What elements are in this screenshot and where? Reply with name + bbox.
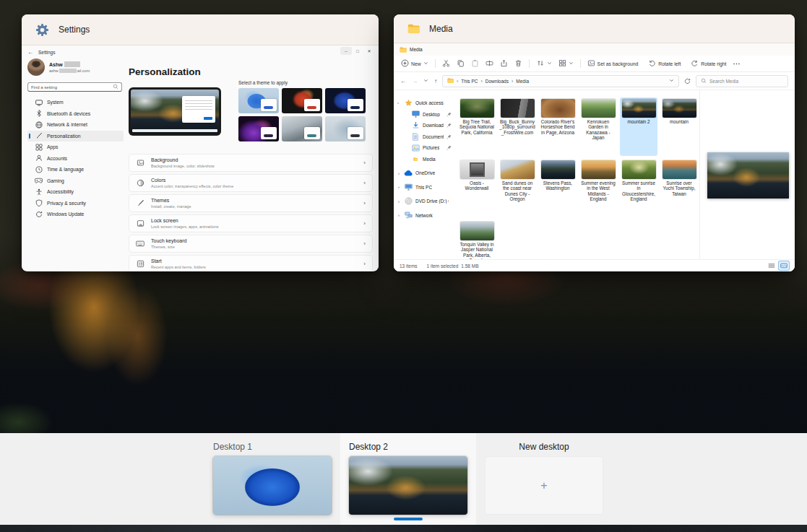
minimize-button[interactable]: – <box>340 47 352 55</box>
user-account[interactable]: Ashw ashwail.com <box>27 58 124 76</box>
up-button[interactable]: ↑ <box>434 78 437 84</box>
nav-pane-item-label: Media <box>423 157 436 162</box>
view-button[interactable] <box>558 59 574 68</box>
taskbar[interactable] <box>0 525 807 532</box>
theme-tile[interactable] <box>325 88 366 113</box>
explorer-window-header[interactable]: Media <box>394 14 795 43</box>
nav-pane-item[interactable]: Documents <box>394 131 454 143</box>
explorer-app: Media New <box>394 43 795 271</box>
section-icon <box>136 179 144 187</box>
theme-tile[interactable] <box>282 116 322 141</box>
theme-grid <box>238 88 366 141</box>
toolbar-button[interactable] <box>457 59 465 68</box>
nav-pane-item[interactable]: Desktop <box>394 109 454 121</box>
sidebar-item[interactable]: Apps <box>27 141 124 153</box>
settings-section-row[interactable]: Themes Install, create, manage › <box>129 194 373 212</box>
theme-tile[interactable] <box>238 88 279 113</box>
close-button[interactable]: ✕ <box>363 47 375 55</box>
toolbar-action-button[interactable]: Set as background <box>587 59 639 68</box>
sidebar-item[interactable]: Accounts <box>27 153 124 165</box>
sidebar-item[interactable]: Bluetooth & devices <box>27 108 124 120</box>
thumbnails-view-button[interactable] <box>779 261 789 270</box>
settings-section-row[interactable]: Touch keyboard Themes, size › <box>129 235 373 253</box>
file-item[interactable]: Kenrokuen Garden in Kanazawa - Japan <box>579 97 617 156</box>
explorer-search-input[interactable]: Search Media <box>696 75 788 87</box>
file-item[interactable]: Sand dunes on the coast near Dunes City … <box>499 159 536 217</box>
toolbar-button[interactable] <box>486 59 493 68</box>
nav-pane-item[interactable]: Downloads <box>394 120 454 131</box>
settings-section-row[interactable]: Background Background image, color, slid… <box>129 154 373 172</box>
refresh-button[interactable] <box>684 78 691 84</box>
theme-tile[interactable] <box>238 116 279 141</box>
desktop-cell[interactable]: New desktop + <box>476 433 612 525</box>
breadcrumb-segment[interactable]: This PC › <box>461 79 482 84</box>
back-button[interactable]: ← <box>400 78 406 84</box>
more-button[interactable] <box>733 61 741 66</box>
toolbar-button[interactable] <box>442 59 450 68</box>
file-item[interactable]: Big_Buck_Bunny_1080p_surround_FrostWire.… <box>499 97 536 156</box>
expand-chevron-icon[interactable]: › <box>397 171 401 175</box>
file-item[interactable]: mountain 2 <box>620 97 657 156</box>
sort-button[interactable] <box>536 59 552 68</box>
history-button[interactable] <box>423 78 428 84</box>
theme-tile[interactable] <box>282 88 322 113</box>
breadcrumb-segment[interactable]: Media <box>516 79 532 84</box>
settings-section-row[interactable]: Colors Accent color, transparency effect… <box>129 174 373 192</box>
file-item[interactable]: Stevens Pass, Washington <box>539 159 577 217</box>
settings-section-row[interactable]: Start Recent apps and items, folders › <box>129 255 373 271</box>
nav-pane-item[interactable]: › This PC <box>394 182 454 193</box>
file-item[interactable]: Oasis - Wonderwall <box>458 159 496 217</box>
file-item[interactable]: Summer sunrise in Gloucestershire, Engla… <box>620 159 657 217</box>
nav-pane-item[interactable]: › Network <box>394 210 454 222</box>
settings-window[interactable]: Settings ← Settings – □ ✕ Ashw <box>22 14 379 271</box>
sidebar-item[interactable]: System <box>27 97 124 108</box>
sidebar-item[interactable]: Accessibility <box>27 186 124 198</box>
toolbar-button[interactable] <box>500 59 508 68</box>
desktop-thumbnail[interactable]: + <box>485 456 603 515</box>
theme-tile[interactable] <box>325 116 366 141</box>
sidebar-item[interactable]: Gaming <box>27 175 124 187</box>
file-item[interactable]: mountain <box>660 97 698 156</box>
sidebar-item[interactable]: Network & internet <box>27 119 124 131</box>
breadcrumb-segment[interactable]: Downloads › <box>486 79 514 84</box>
desktop-thumbnail[interactable] <box>349 456 467 515</box>
file-thumbnail <box>460 222 494 240</box>
nav-pane-item[interactable]: Pictures <box>394 142 454 154</box>
desktop-cell[interactable]: Desktop 2 <box>340 433 476 525</box>
expand-chevron-icon[interactable]: › <box>397 199 401 204</box>
expand-chevron-icon[interactable]: › <box>397 101 401 105</box>
nav-pane-item[interactable]: › DVD Drive (D:) CCCC <box>394 196 454 207</box>
sidebar-item[interactable]: Time & language <box>27 164 124 175</box>
nav-pane-item[interactable]: › OneDrive <box>394 167 454 179</box>
explorer-tab-label[interactable]: Media <box>410 47 423 52</box>
toolbar-action-button[interactable]: Rotate left <box>648 59 681 68</box>
settings-section-row[interactable]: Lock screen Lock screen images, apps, an… <box>129 214 373 232</box>
sidebar-item[interactable]: Privacy & security <box>27 198 124 209</box>
settings-window-header[interactable]: Settings <box>22 14 379 45</box>
settings-search-input[interactable]: Find a setting <box>27 82 122 92</box>
nav-pane-item[interactable]: Media <box>394 154 454 165</box>
back-icon[interactable]: ← <box>27 49 33 56</box>
desktop-thumbnail[interactable] <box>213 456 332 515</box>
toolbar-button[interactable] <box>471 59 479 68</box>
address-bar[interactable]: › This PC › Downloads › <box>442 75 679 87</box>
address-dropdown-icon[interactable] <box>669 78 674 84</box>
sidebar-item-label: Accessibility <box>47 189 74 194</box>
desktop-cell[interactable]: Desktop 1 <box>204 433 340 525</box>
file-item[interactable]: Summer evening in the West Midlands - En… <box>579 159 617 217</box>
explorer-window[interactable]: Media Media New <box>394 14 795 271</box>
toolbar-button[interactable] <box>514 59 522 68</box>
toolbar-action-button[interactable]: Rotate right <box>691 59 726 68</box>
file-item[interactable]: Sunrise over Yuchi Township, Taiwan <box>660 159 698 217</box>
expand-chevron-icon[interactable]: › <box>397 213 401 217</box>
sidebar-item[interactable]: Windows Update <box>27 209 124 220</box>
forward-button[interactable]: → <box>412 78 418 84</box>
maximize-button[interactable]: □ <box>352 47 363 55</box>
new-button[interactable]: New <box>401 59 428 68</box>
expand-chevron-icon[interactable]: › <box>397 185 401 189</box>
sidebar-item[interactable]: Personalization <box>27 131 124 142</box>
file-item[interactable]: Colorado River's Horseshoe Bend in Page,… <box>539 97 577 156</box>
details-view-button[interactable] <box>767 261 777 270</box>
nav-pane-item[interactable]: › Quick access <box>394 97 454 109</box>
file-item[interactable]: Big Tree Trail, Sequoia National Park, C… <box>458 97 496 156</box>
